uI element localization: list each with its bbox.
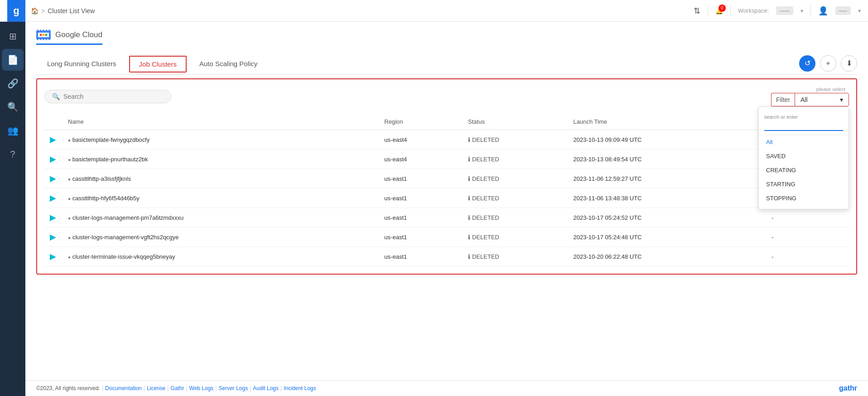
play-icon[interactable]: ▶ xyxy=(50,252,56,261)
cluster-region: us-east4 xyxy=(379,130,463,150)
table-row: ▶ ● cluster-logs-management-pm7a6tzmdxxx… xyxy=(44,208,849,227)
filter-select-button[interactable]: All ▾ xyxy=(795,93,849,106)
svg-point-2 xyxy=(43,34,45,36)
cluster-region: us-east4 xyxy=(379,150,463,169)
user-chevron[interactable]: ▾ xyxy=(858,8,861,14)
cluster-launch-time: 2023-10-13 09:09:49 UTC xyxy=(568,130,766,150)
filter-label: please select xyxy=(816,87,845,92)
notification-bell[interactable]: 🔔 0 xyxy=(715,7,723,14)
play-icon[interactable]: ▶ xyxy=(50,155,56,164)
dot-icon: ● xyxy=(68,216,71,221)
add-button[interactable]: + xyxy=(820,55,836,72)
main-content: Google Cloud Long Running Clusters Job C… xyxy=(25,22,868,382)
cluster-region: us-east1 xyxy=(379,227,463,247)
col-region: Region xyxy=(379,114,463,130)
dropdown-option-saved[interactable]: SAVED xyxy=(759,149,849,163)
provider-name: Google Cloud xyxy=(55,30,102,39)
play-icon[interactable]: ▶ xyxy=(50,174,56,183)
cluster-launch-time: 2023-10-20 06:22:48 UTC xyxy=(568,247,766,266)
search-box[interactable]: 🔍 xyxy=(44,90,171,103)
footer: ©2023, All rights reserved. | Documentat… xyxy=(25,380,868,382)
sidebar-item-users[interactable]: 👥 xyxy=(2,120,24,141)
info-icon: ℹ xyxy=(468,156,470,163)
dropdown-option-starting[interactable]: STARTING xyxy=(759,177,849,191)
svg-point-1 xyxy=(40,34,42,36)
cluster-launch-time: 2023-10-17 05:24:52 UTC xyxy=(568,208,766,227)
provider-header: Google Cloud xyxy=(36,29,857,45)
dropdown-search-area: search or enter xyxy=(759,111,849,135)
dot-icon: ● xyxy=(68,157,71,162)
table-row: ▶ ● basictemplate-fwnygqzdbocfy us-east4… xyxy=(44,130,849,150)
sidebar-item-search[interactable]: 🔍 xyxy=(2,96,24,118)
breadcrumb-sep: > xyxy=(41,7,45,14)
info-icon: ℹ xyxy=(468,214,470,221)
search-icon: 🔍 xyxy=(52,93,60,100)
cluster-duration: - xyxy=(766,208,849,227)
dropdown-option-creating[interactable]: CREATING xyxy=(759,163,849,177)
sidebar-item-help[interactable]: ? xyxy=(2,143,24,165)
user-icon[interactable]: 👤 xyxy=(818,6,828,16)
table-row: ▶ ● cluster-logs-management-vgft2hs2qcgy… xyxy=(44,227,849,247)
info-icon: ℹ xyxy=(468,234,470,241)
tabs-bar: Long Running Clusters Job Clusters Auto … xyxy=(36,54,857,75)
tab-auto-scaling[interactable]: Auto Scaling Policy xyxy=(188,55,268,73)
info-icon: ℹ xyxy=(468,195,470,202)
table-row: ▶ ● cassttlhttp-hfy6f54d46b5y us-east1 ℹ… xyxy=(44,188,849,208)
refresh-button[interactable]: ↺ xyxy=(799,55,815,72)
workspace-chevron[interactable]: ▾ xyxy=(800,8,803,14)
filter-chevron-icon: ▾ xyxy=(840,96,843,103)
dot-icon: ● xyxy=(68,196,71,201)
filter-group: please select Filter All ▾ search or ent… xyxy=(771,87,849,106)
transfer-icon[interactable]: ⇅ xyxy=(694,6,700,16)
table-row: ▶ ● cluster-terminate-issue-vkqqeg5bneya… xyxy=(44,247,849,266)
cluster-region: us-east1 xyxy=(379,208,463,227)
cluster-name: basictemplate-pnurthautz2bk xyxy=(72,156,148,163)
info-icon: ℹ xyxy=(468,136,470,143)
cluster-status: ℹ DELETED xyxy=(468,156,562,163)
play-icon[interactable]: ▶ xyxy=(50,135,56,144)
dropdown-options: All SAVED CREATING STARTING STOPPING xyxy=(759,135,849,205)
cluster-launch-time: 2023-10-17 05:24:48 UTC xyxy=(568,227,766,247)
search-input[interactable] xyxy=(63,93,163,100)
info-icon: ℹ xyxy=(468,253,470,260)
tab-actions: ↺ + ⬇ xyxy=(799,55,857,73)
dropdown-option-all[interactable]: All xyxy=(759,135,849,149)
home-icon[interactable]: 🏠 xyxy=(31,7,39,14)
cluster-region: us-east1 xyxy=(379,188,463,208)
tab-long-running[interactable]: Long Running Clusters xyxy=(36,55,127,73)
col-name: Name xyxy=(63,114,379,130)
cluster-name: basictemplate-fwnygqzdbocfy xyxy=(72,136,150,143)
cluster-region: us-east1 xyxy=(379,169,463,188)
table-row: ▶ ● cassttlhttp-a3issfjfjknls us-east1 ℹ… xyxy=(44,169,849,188)
table-row: ▶ ● basictemplate-pnurthautz2bk us-east4… xyxy=(44,150,849,169)
col-launch-time: Launch Time xyxy=(568,114,766,130)
dot-icon: ● xyxy=(68,235,71,240)
cluster-name: cluster-logs-management-pm7a6tzmdxxxu xyxy=(72,214,184,221)
google-cloud-logo-icon xyxy=(36,29,51,41)
play-icon[interactable]: ▶ xyxy=(50,213,56,222)
user-value[interactable]: ····· xyxy=(835,6,851,15)
filter-dropdown: search or enter All SAVED CREATING START… xyxy=(758,106,849,209)
dropdown-search-input[interactable] xyxy=(764,121,843,131)
cluster-duration: - xyxy=(766,247,849,266)
filter-tag: Filter xyxy=(771,93,795,106)
filter-select-row: Filter All ▾ xyxy=(771,93,849,106)
cluster-status: ℹ DELETED xyxy=(468,175,562,182)
nav-divider2 xyxy=(730,5,731,16)
cluster-name: cassttlhttp-hfy6f54d46b5y xyxy=(72,195,140,202)
workspace-value[interactable]: ······ xyxy=(776,6,793,15)
download-button[interactable]: ⬇ xyxy=(841,55,857,72)
sidebar-item-clusters[interactable]: 📄 xyxy=(2,49,24,71)
sidebar-item-dashboard[interactable]: ⊞ xyxy=(2,25,24,47)
table-header-row: Name Region Status Launch Time Duration xyxy=(44,114,849,130)
cluster-status: ℹ DELETED xyxy=(468,234,562,241)
workspace-label: Workspace: xyxy=(738,7,769,14)
cluster-launch-time: 2023-11-06 12:59:27 UTC xyxy=(568,169,766,188)
cluster-region: us-east1 xyxy=(379,247,463,266)
sidebar-item-connections[interactable]: 🔗 xyxy=(2,72,24,94)
filter-current-value: All xyxy=(800,96,808,103)
dropdown-option-stopping[interactable]: STOPPING xyxy=(759,191,849,205)
play-icon[interactable]: ▶ xyxy=(50,232,56,241)
tab-job-clusters[interactable]: Job Clusters xyxy=(129,56,187,72)
play-icon[interactable]: ▶ xyxy=(50,193,56,203)
